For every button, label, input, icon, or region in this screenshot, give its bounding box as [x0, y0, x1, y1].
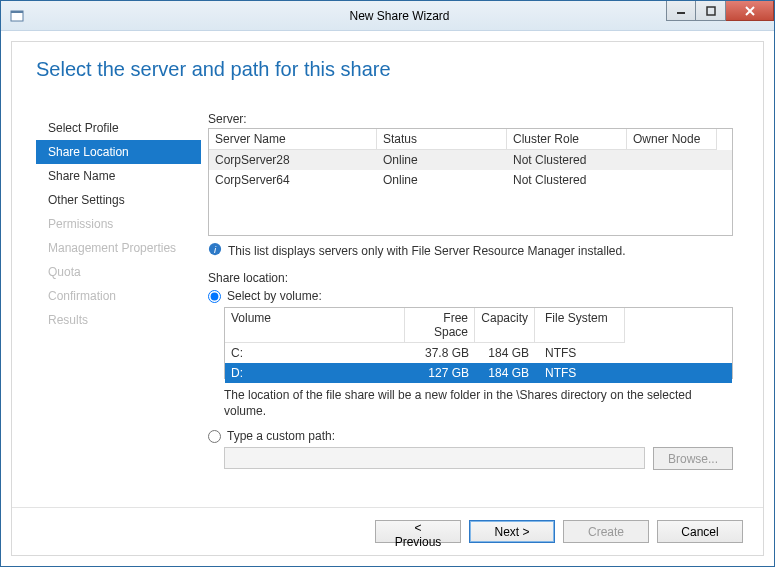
wizard-step-1[interactable]: Share Location — [36, 140, 201, 164]
share-location-label: Share location: — [208, 271, 733, 285]
titlebar[interactable]: New Share Wizard — [1, 1, 774, 31]
window-frame: New Share Wizard Select the server and p… — [0, 0, 775, 567]
next-button[interactable]: Next > — [469, 520, 555, 543]
server-label: Server: — [208, 112, 733, 126]
custom-path-radio[interactable] — [208, 430, 221, 443]
window-title: New Share Wizard — [25, 9, 774, 23]
server-col-header[interactable]: Status — [377, 129, 507, 150]
svg-rect-3 — [707, 7, 715, 15]
volume-col-header[interactable]: File System — [535, 308, 625, 343]
wizard-step-2[interactable]: Share Name — [36, 164, 208, 188]
server-col-header[interactable]: Cluster Role — [507, 129, 627, 150]
wizard-step-3[interactable]: Other Settings — [36, 188, 208, 212]
volume-note: The location of the file share will be a… — [224, 387, 733, 419]
select-by-volume-label[interactable]: Select by volume: — [227, 289, 322, 303]
volume-col-header[interactable]: Free Space — [405, 308, 475, 343]
wizard-step-5: Management Properties — [36, 236, 208, 260]
volume-col-header[interactable]: Volume — [225, 308, 405, 343]
wizard-step-0[interactable]: Select Profile — [36, 116, 208, 140]
custom-path-label[interactable]: Type a custom path: — [227, 429, 335, 443]
maximize-button[interactable] — [696, 1, 726, 21]
wizard-step-7: Confirmation — [36, 284, 208, 308]
wizard-footer: < Previous Next > Create Cancel — [12, 507, 763, 555]
volume-grid: VolumeFree SpaceCapacityFile System C:37… — [224, 307, 733, 379]
svg-rect-1 — [11, 11, 23, 13]
info-icon: i — [208, 242, 222, 259]
wizard-step-6: Quota — [36, 260, 208, 284]
volume-row[interactable]: D:127 GB184 GBNTFS — [225, 363, 732, 383]
select-by-volume-radio[interactable] — [208, 290, 221, 303]
server-col-header[interactable]: Owner Node — [627, 129, 717, 150]
close-button[interactable] — [726, 1, 774, 21]
server-col-header[interactable]: Server Name — [209, 129, 377, 150]
wizard-steps: Select ProfileShare LocationShare NameOt… — [12, 112, 208, 507]
server-info-text: This list displays servers only with Fil… — [228, 244, 625, 258]
minimize-button[interactable] — [666, 1, 696, 21]
cancel-button[interactable]: Cancel — [657, 520, 743, 543]
browse-button[interactable]: Browse... — [653, 447, 733, 470]
previous-button[interactable]: < Previous — [375, 520, 461, 543]
app-icon — [9, 8, 25, 24]
create-button[interactable]: Create — [563, 520, 649, 543]
server-row[interactable]: CorpServer28OnlineNot Clustered — [209, 150, 732, 170]
wizard-step-8: Results — [36, 308, 208, 332]
wizard-step-4: Permissions — [36, 212, 208, 236]
server-grid: Server NameStatusCluster RoleOwner Node … — [208, 128, 733, 236]
custom-path-input[interactable] — [224, 447, 645, 469]
server-row[interactable]: CorpServer64OnlineNot Clustered — [209, 170, 732, 190]
page-heading: Select the server and path for this shar… — [12, 42, 763, 81]
volume-row[interactable]: C:37.8 GB184 GBNTFS — [225, 343, 732, 363]
volume-col-header[interactable]: Capacity — [475, 308, 535, 343]
